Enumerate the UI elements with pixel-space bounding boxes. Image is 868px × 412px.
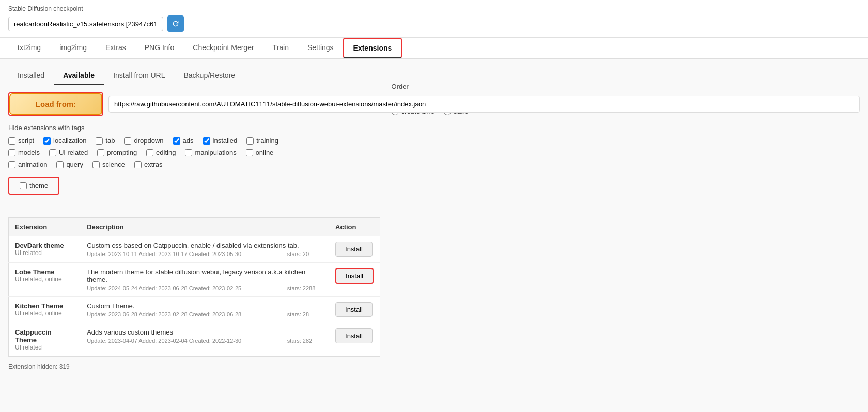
tag-theme-checkbox[interactable] [20,182,27,189]
ext-action-cell: Install [329,236,380,263]
ext-tag: UI related [15,344,74,351]
table-row: Kitchen ThemeUI related, onlineCustom Th… [9,297,380,323]
tab-pnginfo[interactable]: PNG Info [135,38,184,58]
tag-ads[interactable]: ads [173,137,194,145]
tab-train[interactable]: Train [264,38,298,58]
content-area: Installed Available Install from URL Bac… [0,59,868,378]
table-row: Catppuccin ThemeUI relatedAdds various c… [9,323,380,357]
ext-name-cell: Kitchen ThemeUI related, online [9,297,81,323]
tag-installed[interactable]: installed [203,137,238,145]
tag-extras-checkbox[interactable] [134,161,142,168]
ext-name-cell: Lobe ThemeUI related, online [9,263,81,297]
top-bar: Stable Diffusion checkpoint realcartoonR… [0,0,868,38]
ext-action-cell: Install [329,323,380,357]
tag-script-checkbox[interactable] [8,137,16,145]
tag-theme[interactable]: theme [20,182,48,189]
tag-online-checkbox[interactable] [246,149,253,156]
checkpoint-row: realcartoonRealistic_v15.safetensors [23… [8,15,860,32]
tag-tab[interactable]: tab [96,137,115,145]
tag-dropdown-checkbox[interactable] [124,137,131,145]
ext-meta: Update: 2023-10-11 Added: 2023-10-17 Cre… [87,251,323,257]
tab-extras[interactable]: Extras [96,38,135,58]
subtab-installed[interactable]: Installed [8,67,54,85]
url-input[interactable] [109,96,860,113]
load-from-button[interactable]: Load from: [9,93,102,115]
ext-desc-cell: The modern theme for stable diffusion we… [81,263,329,297]
load-section: Load from: [8,92,860,116]
tab-checkpoint-merger[interactable]: Checkpoint Merger [183,38,263,58]
tag-localization-checkbox[interactable] [43,137,51,145]
install-button[interactable]: Install [335,242,373,257]
tags-row-2: models UI related prompting editing mani… [8,149,383,156]
ext-description: Adds various custom themes [87,328,323,336]
ext-desc-cell: Custom Theme.Update: 2023-06-28 Added: 2… [81,297,329,323]
tag-editing-checkbox[interactable] [146,149,153,156]
table-row: Lobe ThemeUI related, onlineThe modern t… [9,263,380,297]
ext-name: Catppuccin Theme [15,328,74,344]
tag-science[interactable]: science [92,161,125,168]
subtab-available[interactable]: Available [54,67,104,85]
tag-online[interactable]: online [246,149,274,156]
tag-animation[interactable]: animation [8,161,47,168]
ext-action-cell: Install [329,263,380,297]
tag-prompting-checkbox[interactable] [97,149,104,156]
install-button[interactable]: Install [335,302,373,317]
tag-ui-related-checkbox[interactable] [49,149,56,156]
tags-row-1: script localization tab dropdown ads ins… [8,137,383,145]
checkpoint-select[interactable]: realcartoonRealistic_v15.safetensors [23… [8,17,163,31]
tag-query-checkbox[interactable] [56,161,64,168]
subtab-install-url[interactable]: Install from URL [104,67,174,85]
tag-training[interactable]: training [246,137,278,145]
ext-meta: Update: 2023-06-28 Added: 2023-02-28 Cre… [87,311,323,318]
tag-extras[interactable]: extras [134,161,162,168]
order-label: Order [392,83,860,90]
ext-tag: UI related, online [15,276,74,283]
theme-box-wrapper: theme [8,172,383,204]
table-row: DevDark themeUI relatedCustom css based … [9,236,380,263]
tag-animation-checkbox[interactable] [8,161,16,168]
ext-name: Kitchen Theme [15,302,74,310]
ext-name-cell: Catppuccin ThemeUI related [9,323,81,357]
tags-section: Hide extensions with tags script localiz… [8,124,383,204]
tag-dropdown[interactable]: dropdown [124,137,163,145]
ext-tag: UI related, online [15,310,74,317]
tag-models[interactable]: models [8,149,40,156]
tag-installed-checkbox[interactable] [203,137,210,145]
tag-script[interactable]: script [8,137,34,145]
tag-ads-checkbox[interactable] [173,137,180,145]
tag-manipulations-checkbox[interactable] [185,149,192,156]
ext-description: Custom css based on Catppuccin, enable /… [87,242,323,249]
load-btn-wrapper: Load from: [8,92,103,116]
subtab-backup-restore[interactable]: Backup/Restore [174,67,244,85]
ext-desc-cell: Custom css based on Catppuccin, enable /… [81,236,329,263]
ext-description: Custom Theme. [87,302,323,310]
ext-meta: Update: 2024-05-24 Added: 2023-06-28 Cre… [87,285,323,291]
tab-txt2img[interactable]: txt2img [8,38,50,58]
ext-name-cell: DevDark themeUI related [9,236,81,263]
install-button[interactable]: Install [335,268,374,284]
refresh-button[interactable] [167,15,184,32]
tag-models-checkbox[interactable] [8,149,16,156]
tag-science-checkbox[interactable] [92,161,100,168]
tag-tab-checkbox[interactable] [96,137,103,145]
tab-img2img[interactable]: img2img [50,38,96,58]
tab-settings[interactable]: Settings [298,38,343,58]
ext-action-cell: Install [329,297,380,323]
install-button[interactable]: Install [335,328,373,343]
tag-query[interactable]: query [56,161,83,168]
ext-tag: UI related [15,249,74,257]
tag-prompting[interactable]: prompting [97,149,137,156]
tag-ui-related[interactable]: UI related [49,149,88,156]
ext-meta: Update: 2023-04-07 Added: 2023-02-04 Cre… [87,338,323,344]
tag-editing[interactable]: editing [146,149,176,156]
tab-extensions[interactable]: Extensions [343,38,402,58]
tag-manipulations[interactable]: manipulations [185,149,236,156]
col-description: Description [81,218,329,236]
ext-desc-cell: Adds various custom themesUpdate: 2023-0… [81,323,329,357]
tag-localization[interactable]: localization [43,137,86,145]
ext-name: Lobe Theme [15,268,74,276]
main-tabs: txt2img img2img Extras PNG Info Checkpoi… [0,38,868,59]
hide-tags-label: Hide extensions with tags [8,124,383,132]
ext-description: The modern theme for stable diffusion we… [87,268,323,283]
tag-training-checkbox[interactable] [246,137,254,145]
